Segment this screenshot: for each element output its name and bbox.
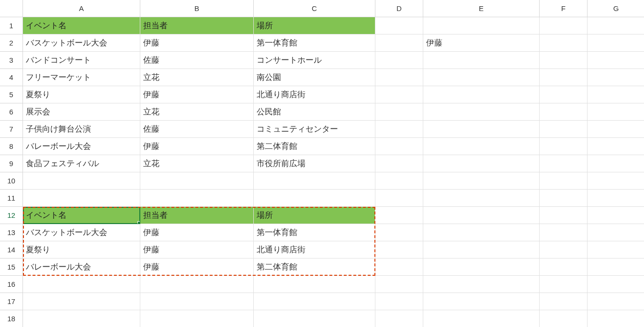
- cell-G13[interactable]: [588, 224, 644, 241]
- cell-A18[interactable]: [23, 310, 140, 327]
- cell-A11[interactable]: [23, 190, 140, 207]
- cell-A7[interactable]: 子供向け舞台公演: [23, 121, 140, 138]
- cell-B5[interactable]: 伊藤: [140, 86, 254, 103]
- cell-C14[interactable]: 北通り商店街: [254, 241, 375, 259]
- cell-B16[interactable]: [140, 276, 254, 293]
- cell-B6[interactable]: 立花: [140, 103, 254, 121]
- cell-E18[interactable]: [423, 310, 540, 327]
- cell-F4[interactable]: [540, 69, 588, 86]
- cell-C17[interactable]: [254, 293, 375, 310]
- cell-F8[interactable]: [540, 138, 588, 155]
- cell-A15[interactable]: バレーボール大会: [23, 259, 140, 276]
- cell-D3[interactable]: [375, 52, 423, 69]
- cell-C8[interactable]: 第二体育館: [254, 138, 375, 155]
- cell-B1[interactable]: 担当者: [140, 17, 254, 34]
- cell-G16[interactable]: [588, 276, 644, 293]
- cell-A1[interactable]: イベント名: [23, 17, 140, 34]
- cell-A14[interactable]: 夏祭り: [23, 241, 140, 259]
- cell-B15[interactable]: 伊藤: [140, 259, 254, 276]
- cell-G7[interactable]: [588, 121, 644, 138]
- cell-E12[interactable]: [423, 207, 540, 224]
- cell-E1[interactable]: [423, 17, 540, 34]
- cell-C16[interactable]: [254, 276, 375, 293]
- cell-C9[interactable]: 市役所前広場: [254, 155, 375, 172]
- cell-F9[interactable]: [540, 155, 588, 172]
- cell-D1[interactable]: [375, 17, 423, 34]
- cell-A9[interactable]: 食品フェスティバル: [23, 155, 140, 172]
- select-all-corner[interactable]: [0, 0, 23, 17]
- row-header-9[interactable]: 9: [0, 155, 23, 172]
- cell-F7[interactable]: [540, 121, 588, 138]
- cell-C2[interactable]: 第一体育館: [254, 34, 375, 52]
- cell-D15[interactable]: [375, 259, 423, 276]
- row-header-7[interactable]: 7: [0, 121, 23, 138]
- cell-D13[interactable]: [375, 224, 423, 241]
- cell-D11[interactable]: [375, 190, 423, 207]
- cell-B9[interactable]: 立花: [140, 155, 254, 172]
- cell-G18[interactable]: [588, 310, 644, 327]
- row-header-2[interactable]: 2: [0, 34, 23, 52]
- cell-B14[interactable]: 伊藤: [140, 241, 254, 259]
- cell-D8[interactable]: [375, 138, 423, 155]
- cell-D4[interactable]: [375, 69, 423, 86]
- row-header-14[interactable]: 14: [0, 241, 23, 259]
- cell-G15[interactable]: [588, 259, 644, 276]
- cell-A16[interactable]: [23, 276, 140, 293]
- cell-D10[interactable]: [375, 172, 423, 190]
- col-header-B[interactable]: B: [140, 0, 254, 17]
- row-header-3[interactable]: 3: [0, 52, 23, 69]
- cell-A2[interactable]: バスケットボール大会: [23, 34, 140, 52]
- row-header-12[interactable]: 12: [0, 207, 23, 224]
- cell-A17[interactable]: [23, 293, 140, 310]
- cell-F13[interactable]: [540, 224, 588, 241]
- cell-A3[interactable]: バンドコンサート: [23, 52, 140, 69]
- cell-G2[interactable]: [588, 34, 644, 52]
- cell-F3[interactable]: [540, 52, 588, 69]
- row-header-10[interactable]: 10: [0, 172, 23, 190]
- cell-F10[interactable]: [540, 172, 588, 190]
- cell-C1[interactable]: 場所: [254, 17, 375, 34]
- spreadsheet-grid[interactable]: A B C D E F G 1 イベント名 担当者 場所 2 バスケットボール大…: [0, 0, 644, 327]
- cell-F12[interactable]: [540, 207, 588, 224]
- cell-B11[interactable]: [140, 190, 254, 207]
- row-header-16[interactable]: 16: [0, 276, 23, 293]
- cell-A5[interactable]: 夏祭り: [23, 86, 140, 103]
- row-header-18[interactable]: 18: [0, 310, 23, 327]
- cell-F5[interactable]: [540, 86, 588, 103]
- cell-A8[interactable]: バレーボール大会: [23, 138, 140, 155]
- cell-C11[interactable]: [254, 190, 375, 207]
- cell-B7[interactable]: 佐藤: [140, 121, 254, 138]
- cell-A10[interactable]: [23, 172, 140, 190]
- cell-G11[interactable]: [588, 190, 644, 207]
- cell-E2[interactable]: 伊藤: [423, 34, 540, 52]
- cell-C15[interactable]: 第二体育館: [254, 259, 375, 276]
- cell-C3[interactable]: コンサートホール: [254, 52, 375, 69]
- cell-G6[interactable]: [588, 103, 644, 121]
- cell-G4[interactable]: [588, 69, 644, 86]
- col-header-A[interactable]: A: [23, 0, 140, 17]
- cell-G10[interactable]: [588, 172, 644, 190]
- cell-G12[interactable]: [588, 207, 644, 224]
- cell-C4[interactable]: 南公園: [254, 69, 375, 86]
- cell-A12[interactable]: イベント名: [23, 207, 140, 224]
- cell-G9[interactable]: [588, 155, 644, 172]
- col-header-F[interactable]: F: [540, 0, 588, 17]
- cell-E6[interactable]: [423, 103, 540, 121]
- col-header-G[interactable]: G: [588, 0, 644, 17]
- cell-E5[interactable]: [423, 86, 540, 103]
- cell-B18[interactable]: [140, 310, 254, 327]
- cell-E3[interactable]: [423, 52, 540, 69]
- cell-G17[interactable]: [588, 293, 644, 310]
- cell-F18[interactable]: [540, 310, 588, 327]
- cell-D9[interactable]: [375, 155, 423, 172]
- cell-E15[interactable]: [423, 259, 540, 276]
- cell-C10[interactable]: [254, 172, 375, 190]
- cell-C12[interactable]: 場所: [254, 207, 375, 224]
- cell-G14[interactable]: [588, 241, 644, 259]
- cell-E8[interactable]: [423, 138, 540, 155]
- cell-D5[interactable]: [375, 86, 423, 103]
- cell-D17[interactable]: [375, 293, 423, 310]
- cell-E4[interactable]: [423, 69, 540, 86]
- cell-B4[interactable]: 立花: [140, 69, 254, 86]
- cell-F16[interactable]: [540, 276, 588, 293]
